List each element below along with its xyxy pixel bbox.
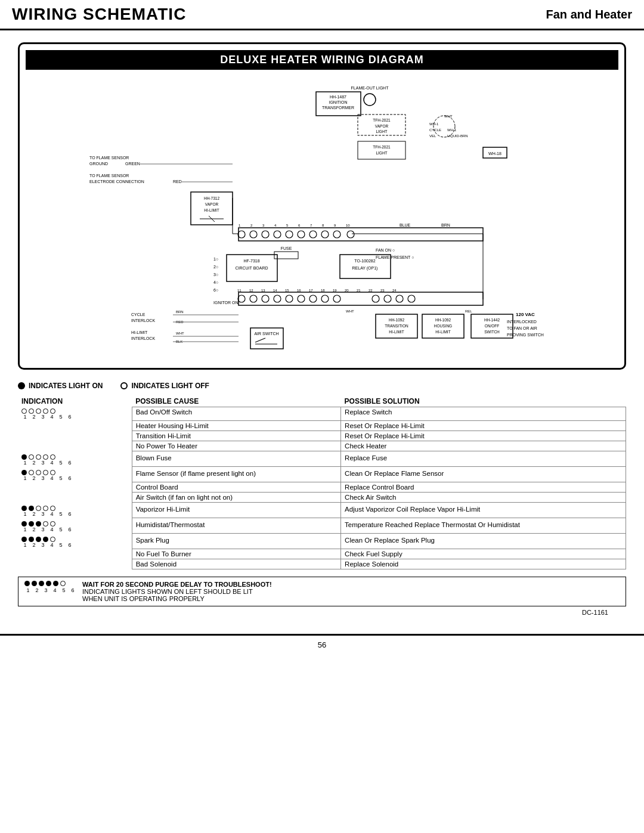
svg-text:HI-LIMIT: HI-LIMIT: [204, 208, 219, 212]
svg-text:BRN: BRN: [441, 223, 450, 227]
cause-cell: Blown Fuse: [132, 451, 340, 467]
empty-footer-dot: [60, 581, 66, 586]
svg-text:TO FLAME SENSOR: TO FLAME SENSOR: [89, 174, 129, 178]
svg-text:RELAY (OP1): RELAY (OP1): [352, 266, 378, 271]
table-row: Heater Housing Hi-LimitReset Or Replace …: [18, 421, 626, 431]
svg-text:BLUE: BLUE: [400, 223, 411, 227]
page-header: WIRING SCHEMATIC Fan and Heater: [0, 0, 644, 30]
svg-text:TFH-2021: TFH-2021: [373, 118, 391, 122]
svg-text:HH-7312: HH-7312: [204, 196, 219, 200]
solution-cell: Replace Solenoid: [341, 559, 626, 569]
table-row: Control BoardReplace Control Board: [18, 482, 626, 493]
footer-wait-text: WAIT FOR 20 SECOND PURGE DELAY TO TROUBL…: [82, 581, 272, 588]
svg-text:13: 13: [261, 289, 265, 292]
main-content: DELUXE HEATER WIRING DIAGRAM FLAME-OUT L…: [0, 30, 644, 628]
cause-cell: Bad On/Off Switch: [132, 407, 340, 421]
empty-indicator-dot: [43, 454, 48, 460]
footer-dots: 123456: [24, 581, 76, 593]
svg-text:CYCLE: CYCLE: [131, 312, 145, 317]
cause-cell: Flame Sensor (if flame present light on): [132, 467, 340, 482]
svg-text:FLAME-OUT LIGHT: FLAME-OUT LIGHT: [351, 86, 389, 90]
indication-cell: [18, 482, 132, 493]
empty-indicator-dot: [50, 521, 55, 527]
empty-dot-icon: [120, 382, 128, 389]
filled-footer-dot: [24, 581, 30, 586]
svg-text:CYCLE: CYCLE: [429, 128, 441, 132]
svg-text:WH-1: WH-1: [447, 128, 457, 132]
svg-text:AIR SWITCH: AIR SWITCH: [254, 332, 278, 336]
indication-cell: 123456: [18, 534, 132, 549]
legend-row: INDICATES LIGHT ON INDICATES LIGHT OFF: [18, 382, 626, 390]
solution-cell: Check Air Switch: [341, 493, 626, 503]
svg-text:HOUSING: HOUSING: [434, 324, 452, 328]
svg-text:BRN: BRN: [176, 310, 184, 314]
svg-text:HH-1092: HH-1092: [389, 318, 404, 322]
indication-cell: 123456: [18, 451, 132, 467]
indication-cell: [18, 431, 132, 441]
svg-text:TFH-2021: TFH-2021: [373, 145, 391, 149]
svg-text:GROUND: GROUND: [89, 162, 108, 166]
filled-dot-icon: [18, 382, 25, 389]
cause-cell: Bad Solenoid: [132, 559, 340, 569]
svg-text:120 VAC: 120 VAC: [516, 312, 535, 317]
empty-indicator-dot: [36, 454, 41, 460]
table-row: 123456Blown FuseReplace Fuse: [18, 451, 626, 467]
filled-indicator-dot: [43, 537, 48, 542]
svg-text:WHT: WHT: [444, 114, 453, 118]
table-row: Transition Hi-LimitReset Or Replace Hi-L…: [18, 431, 626, 441]
filled-indicator-dot: [21, 470, 27, 475]
cause-cell: Spark Plug: [132, 534, 340, 549]
indication-cell: 123456: [18, 518, 132, 534]
svg-text:12: 12: [249, 289, 253, 292]
indication-cell: [18, 549, 132, 559]
empty-indicator-dot: [50, 454, 55, 460]
footer-note: 123456 WAIT FOR 20 SECOND PURGE DELAY TO…: [18, 577, 626, 606]
table-row: Air Switch (if fan on light not on)Check…: [18, 493, 626, 503]
svg-text:TO-100282: TO-100282: [354, 259, 375, 263]
legend-filled: INDICATES LIGHT ON: [18, 382, 103, 390]
dc-number: DC-1161: [582, 609, 608, 616]
svg-text:RED: RED: [173, 179, 182, 184]
filled-indicator-dot: [29, 521, 34, 527]
col-header-solution: POSSIBLE SOLUTION: [341, 396, 626, 407]
indication-cell: 123456: [18, 503, 132, 518]
svg-text:17: 17: [309, 289, 313, 292]
svg-text:23: 23: [380, 289, 385, 292]
footer-when-text: WHEN UNIT IS OPERATING PROPERLY: [82, 595, 272, 602]
svg-text:VAPOR: VAPOR: [205, 202, 219, 206]
footer-indicating-text: INDICATING LIGHTS SHOWN ON LEFT SHOULD B…: [82, 588, 272, 595]
empty-indicator-dot: [43, 408, 48, 414]
svg-text:HF-7318: HF-7318: [243, 259, 259, 263]
table-row: 123456Humidistat/ThermostatTemperature R…: [18, 518, 626, 534]
empty-indicator-dot: [36, 470, 41, 475]
table-row: 123456Bad On/Off SwitchReplace Switch: [18, 407, 626, 421]
table-row: 123456Spark PlugClean Or Replace Spark P…: [18, 534, 626, 549]
svg-text:GREEN: GREEN: [125, 162, 140, 166]
cause-cell: Control Board: [132, 482, 340, 493]
diagram-title: DELUXE HEATER WIRING DIAGRAM: [26, 50, 618, 70]
svg-text:WH-1: WH-1: [429, 122, 439, 126]
svg-text:TRANSITION: TRANSITION: [385, 324, 408, 328]
filled-label: INDICATES LIGHT ON: [29, 382, 103, 390]
filled-footer-dot: [32, 581, 37, 586]
page-subtitle: Fan and Heater: [546, 8, 632, 21]
filled-indicator-dot: [36, 537, 41, 542]
table-row: No Fuel To BurnerCheck Fuel Supply: [18, 549, 626, 559]
cause-cell: No Power To Heater: [132, 441, 340, 451]
svg-text:HH-1487: HH-1487: [330, 95, 346, 99]
indication-cell: [18, 441, 132, 451]
solution-cell: Reset Or Replace Hi-Limit: [341, 431, 626, 441]
svg-rect-0: [54, 79, 590, 359]
svg-text:CIRCUIT BOARD: CIRCUIT BOARD: [235, 266, 268, 270]
filled-indicator-dot: [21, 506, 27, 511]
solution-cell: Replace Control Board: [341, 482, 626, 493]
svg-text:LIGHT: LIGHT: [376, 151, 387, 155]
cause-cell: No Fuel To Burner: [132, 549, 340, 559]
svg-text:LIQUID-BRN: LIQUID-BRN: [447, 134, 468, 138]
svg-text:SWITCH: SWITCH: [484, 330, 500, 334]
svg-text:24: 24: [392, 289, 397, 292]
svg-text:WHT: WHT: [176, 332, 184, 335]
empty-indicator-dot: [43, 521, 48, 527]
svg-text:21: 21: [357, 289, 361, 292]
empty-indicator-dot: [21, 408, 27, 414]
